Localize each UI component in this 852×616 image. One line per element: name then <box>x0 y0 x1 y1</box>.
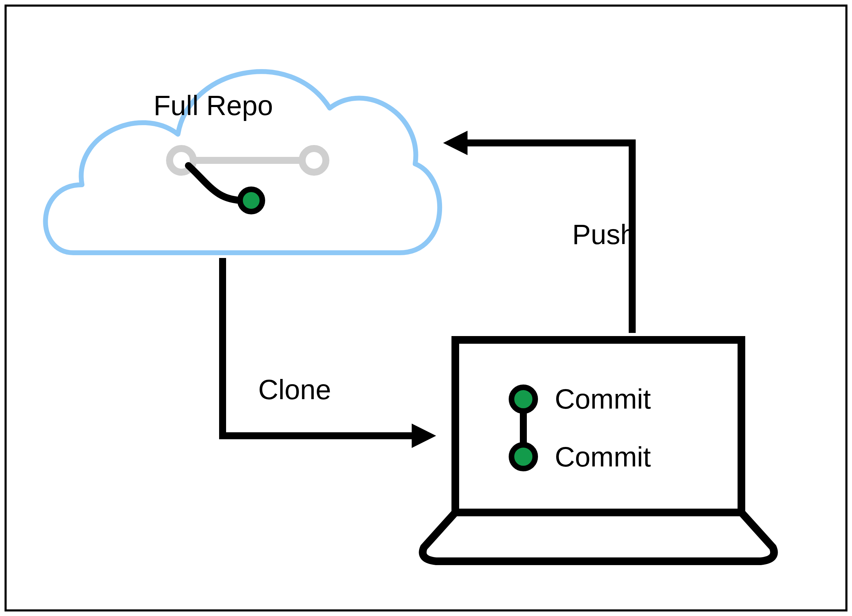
cloud-label: Full Repo <box>154 90 273 121</box>
svg-point-2 <box>302 149 326 172</box>
push-label: Push <box>572 219 636 250</box>
cloud-commit-node <box>240 189 262 212</box>
laptop-commit-node-1 <box>512 387 535 411</box>
laptop-commit-node-2 <box>512 445 535 468</box>
commit-label-2: Commit <box>555 441 651 472</box>
clone-label: Clone <box>258 374 331 405</box>
diagram-svg: Full Repo Clone Push <box>0 0 852 616</box>
diagram-canvas: Full Repo Clone Push <box>0 0 852 616</box>
commit-label-1: Commit <box>555 384 651 414</box>
svg-rect-5 <box>455 340 742 512</box>
